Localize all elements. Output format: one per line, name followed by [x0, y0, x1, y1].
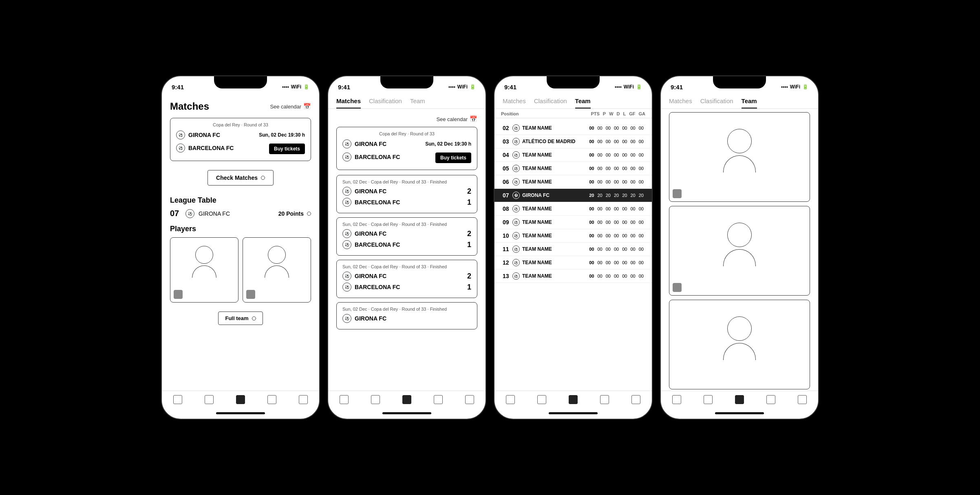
nav-item-1[interactable] [173, 395, 182, 404]
tab-clasification-4[interactable]: Clasification [700, 97, 733, 108]
nav-item-3[interactable] [236, 395, 245, 404]
nav-item-2[interactable] [205, 395, 214, 404]
stats-02: 00 000000000000 [589, 126, 644, 130]
notch-3 [547, 76, 600, 88]
tab-team-4[interactable]: Team [742, 97, 757, 108]
col-w: W [609, 111, 613, 116]
player-badge-lg-1 [673, 189, 682, 198]
clasif-row-02: 02 ⚽ TEAM NAME 00 000000000000 [494, 122, 652, 135]
nav-item-2-3[interactable] [402, 395, 411, 404]
tab-matches-2[interactable]: Matches [336, 97, 361, 108]
full-team-wrapper: Full team [170, 307, 311, 325]
pos-03: 03 [503, 138, 512, 145]
logo-02: ⚽ [512, 124, 520, 132]
player-avatar-2 [265, 246, 289, 278]
player-badge-lg-2 [673, 283, 682, 292]
connector-dot [261, 176, 265, 180]
wifi-icon-2: WiFi [457, 84, 468, 90]
nav-item-4-1[interactable] [672, 395, 681, 404]
team-s3a: ⚽ GIRONA FC [342, 272, 386, 281]
team-05: ⚽ TEAM NAME [512, 165, 565, 172]
notch-4 [713, 76, 766, 88]
nav-item-2-1[interactable] [340, 395, 349, 404]
logo-07: ⚽ [512, 192, 520, 199]
match-card-1: Copa del Rey · Round of 33 ⚽ GIRONA FC S… [170, 118, 311, 161]
tab-matches-3[interactable]: Matches [503, 97, 526, 108]
col-position: Position [501, 111, 519, 116]
score-row-1b: ⚽ BARCELONA FC 1 [342, 198, 471, 207]
league-table-title: League Table [170, 196, 311, 205]
see-calendar-2[interactable]: See calendar 📅 [436, 115, 477, 123]
nav-item-3-2[interactable] [537, 395, 546, 404]
nav-item-5[interactable] [299, 395, 308, 404]
nav-item-4-5[interactable] [798, 395, 807, 404]
phone-3: 9:41 ▪▪▪▪ WiFi 🔋 Matches Clasification T… [494, 75, 653, 420]
nav-item-3-3[interactable] [569, 395, 578, 404]
tab-team-3[interactable]: Team [575, 97, 591, 108]
team-s4a: ⚽ GIRONA FC [342, 314, 386, 323]
clasif-row-06: 06 ⚽ TEAM NAME 00 000000000000 [494, 175, 652, 189]
buy-tickets-button-2[interactable]: Buy tickets [435, 152, 471, 163]
phone-4-content: Matches Clasification Team [661, 94, 818, 419]
team1-info-2: ⚽ GIRONA FC [342, 139, 386, 148]
team-06: ⚽ TEAM NAME [512, 178, 565, 186]
stats-11: 00 000000000000 [589, 247, 644, 252]
score-2a: 2 [467, 230, 471, 238]
phone-2: 9:41 ▪▪▪▪ WiFi 🔋 Matches Clasification T… [327, 75, 486, 420]
team-s1a: ⚽ GIRONA FC [342, 187, 386, 196]
check-matches-button[interactable]: Check Matches [207, 170, 274, 186]
stats-10: 00 000000000000 [589, 233, 644, 238]
team1-name: GIRONA FC [188, 132, 220, 138]
clasif-row-05: 05 ⚽ TEAM NAME 00 000000000000 [494, 162, 652, 175]
buy-tickets-button-1[interactable]: Buy tickets [269, 144, 305, 154]
nav-item-4-4[interactable] [766, 395, 775, 404]
player-avatar-1 [192, 246, 216, 278]
page-title-1: Matches [170, 101, 209, 112]
home-bar-2 [382, 412, 431, 414]
screen-1-header: Matches See calendar 📅 [170, 101, 311, 112]
pos-08: 08 [503, 206, 512, 212]
nav-item-3-1[interactable] [506, 395, 515, 404]
full-team-button[interactable]: Full team [218, 312, 263, 325]
nav-item-3-5[interactable] [631, 395, 640, 404]
team-logo-s3a: ⚽ [342, 272, 351, 281]
nav-item-3-4[interactable] [600, 395, 609, 404]
tab-clasification-2[interactable]: Clasification [369, 97, 402, 108]
see-calendar-1[interactable]: See calendar 📅 [270, 103, 311, 110]
match-datetime: Sun, 02 Dec 19:30 h [259, 132, 305, 138]
team1-logo-2: ⚽ [342, 139, 351, 148]
nav-tabs-2: Matches Clasification Team [328, 94, 486, 109]
league-points: 20 Points [278, 210, 311, 217]
clasif-body: 02 ⚽ TEAM NAME 00 000000000000 03 ⚽ ATLÉ… [494, 118, 652, 391]
logo-05: ⚽ [512, 165, 520, 172]
team-logo-s1b: ⚽ [342, 198, 351, 207]
phone-4: 9:41 ▪▪▪▪ WiFi 🔋 Matches Clasification T… [660, 75, 819, 420]
nav-item-2-5[interactable] [465, 395, 474, 404]
col-p: P [603, 111, 606, 116]
player-badge-2 [246, 290, 255, 299]
tab-matches-4[interactable]: Matches [669, 97, 692, 108]
nav-item-4-3[interactable] [735, 395, 744, 404]
logo-08: ⚽ [512, 205, 520, 212]
nav-item-2-4[interactable] [434, 395, 443, 404]
team-03: ⚽ ATLÉTICO DE MADRID [512, 138, 575, 145]
nav-item-2-2[interactable] [371, 395, 380, 404]
check-matches-wrapper: Check Matches [170, 166, 311, 190]
time-2: 9:41 [338, 84, 350, 91]
clasif-col-header: Position PTS P W D L GF GA [494, 109, 652, 118]
logo-12: ⚽ [512, 259, 520, 266]
team-name-s3b: BARCELONA FC [355, 284, 400, 290]
col-gf: GF [629, 111, 635, 116]
tab-clasification-3[interactable]: Clasification [534, 97, 567, 108]
avatar-body-2 [265, 265, 289, 278]
team1-name-2: GIRONA FC [355, 141, 386, 147]
home-indicator-3 [494, 407, 652, 419]
nav-item-4-2[interactable] [704, 395, 713, 404]
team1-info: ⚽ GIRONA FC [176, 130, 220, 139]
pos-05: 05 [503, 165, 512, 172]
team2-info-2: ⚽ BARCELONA FC [342, 152, 400, 161]
phone-2-content: Matches Clasification Team See calendar … [328, 94, 486, 419]
tab-team-2[interactable]: Team [410, 97, 425, 108]
nav-item-4[interactable] [267, 395, 276, 404]
score-row-1a: ⚽ GIRONA FC 2 [342, 187, 471, 196]
